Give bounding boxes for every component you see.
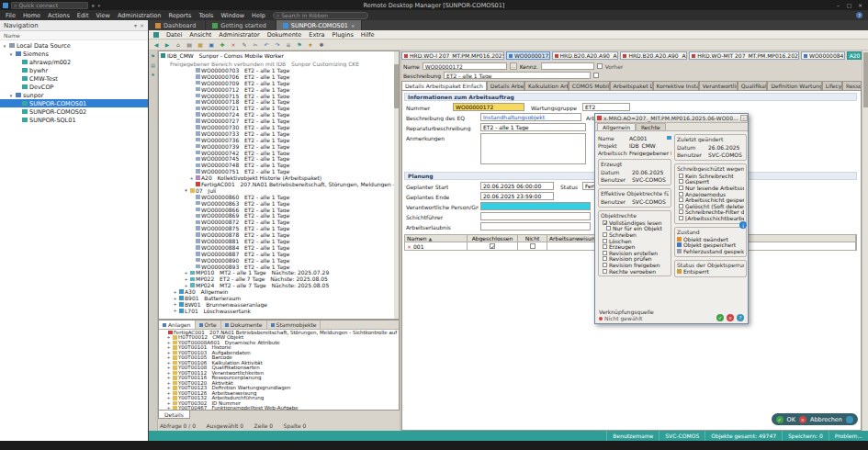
detail-tab[interactable]: Lifecycle bbox=[822, 81, 842, 90]
schreibgeschuetzt-option[interactable]: Schreibrechte-Filter deaktiviert bbox=[677, 209, 744, 216]
checkbox[interactable] bbox=[603, 239, 607, 243]
tree-item[interactable]: WO00000881 ET2 - alle 1 Tage bbox=[159, 238, 399, 244]
checkbox[interactable] bbox=[603, 256, 607, 261]
comos-menu-item[interactable]: Extra bbox=[309, 31, 324, 39]
dialog-help-button[interactable]: ? bbox=[737, 314, 744, 321]
object-chip[interactable]: A20 bbox=[847, 51, 862, 60]
tree-item[interactable]: WO00000739 ET2 - alle 1 Tage bbox=[159, 143, 399, 150]
tab-close-icon[interactable]: × bbox=[351, 23, 355, 28]
tree-item[interactable]: WO00000706 ET2 - alle 1 Tage bbox=[159, 73, 399, 80]
main-scrollbar[interactable] bbox=[862, 51, 868, 431]
session-tab[interactable]: Dashboard bbox=[149, 20, 206, 30]
base-objects-tab[interactable]: Orte bbox=[196, 321, 221, 329]
tree-item[interactable]: WO00000712 ET2 - alle 1 Tage bbox=[159, 86, 399, 93]
object-chip[interactable]: HRD.B20.A20.A90 A20 bbox=[620, 51, 687, 60]
tree-item[interactable]: WO00000715 ET2 - alle 1 Tage bbox=[159, 93, 399, 99]
tree-item[interactable]: WO00000748 ET2 - alle 1 Tage bbox=[159, 162, 399, 168]
tree-item[interactable]: WO00000878 ET2 - alle 1 Tage bbox=[159, 231, 399, 238]
detail-tab[interactable]: Details Arbeitspaket bbox=[487, 81, 524, 90]
object-chip[interactable]: WO00000841 bbox=[801, 51, 845, 60]
detail-tab[interactable]: COMOS Mobile Worker bbox=[569, 81, 610, 90]
tree-item[interactable]: WO00000751 ET2 - alle 1 Tage bbox=[159, 168, 399, 174]
navigation-tree-item[interactable]: DevCOP bbox=[0, 83, 148, 91]
name-input[interactable]: WO00000172 bbox=[423, 62, 507, 70]
navigation-tree-item[interactable]: SUNPOR-SQL01 bbox=[0, 116, 148, 124]
tree-item[interactable]: + B901 Batterieraum bbox=[159, 295, 399, 301]
navigation-tree-item[interactable]: ahrawp/m002 bbox=[0, 58, 148, 66]
column-header-abgeschlossen[interactable]: Abgeschlossen bbox=[468, 235, 518, 242]
wartungsgruppe-field[interactable]: ET2 bbox=[582, 103, 630, 111]
comos-menu-item[interactable]: Hilfe bbox=[361, 31, 375, 39]
main-scrollbar-thumb[interactable] bbox=[863, 52, 868, 107]
schreibgeschuetzt-option[interactable]: Kein Schreibrecht bbox=[677, 173, 744, 179]
rdm-menu-item[interactable]: Help bbox=[252, 12, 265, 19]
navigation-tree-item[interactable]: ▾ sunpor bbox=[0, 91, 148, 99]
expander-icon[interactable]: + bbox=[188, 175, 195, 181]
details-tab[interactable]: Details bbox=[158, 411, 190, 419]
checkbox[interactable] bbox=[603, 269, 607, 274]
verantwortliche-person-field[interactable] bbox=[480, 202, 591, 210]
object-chip[interactable]: WO00000172 bbox=[506, 51, 550, 60]
window-control-button[interactable]: ▢ bbox=[844, 1, 854, 9]
browse-button[interactable]: … bbox=[510, 62, 517, 70]
abgeschlossen-checkbox[interactable] bbox=[490, 243, 495, 249]
reparatur-field[interactable]: ET2 - alle 1 Tage bbox=[480, 123, 586, 131]
tree-item[interactable]: WO00000733 ET2 - alle 1 Tage bbox=[159, 130, 399, 137]
detail-tab[interactable]: Details Arbeitspaket Einfach bbox=[401, 81, 487, 90]
nicht-checkbox[interactable] bbox=[530, 243, 535, 249]
expander-icon[interactable]: + bbox=[183, 283, 189, 288]
expander-icon[interactable]: + bbox=[183, 270, 189, 276]
comos-menu-item[interactable]: Datei bbox=[166, 31, 182, 39]
description-input[interactable]: ET2 - alle 1 Tage bbox=[444, 72, 591, 79]
checkbox[interactable] bbox=[679, 192, 683, 197]
tree-item[interactable]: + MP022 ET2 - alle 7 Tage Nächste: 2025.… bbox=[159, 276, 399, 282]
nummer-field[interactable]: WO00000172 bbox=[453, 103, 524, 111]
tree-scrollbar[interactable] bbox=[394, 51, 399, 319]
navigation-tree-item[interactable]: CMW-Test bbox=[0, 74, 148, 83]
rdm-menu-item[interactable]: File bbox=[6, 12, 16, 19]
description-checkbox[interactable] bbox=[593, 73, 599, 78]
favorites-icon[interactable]: ★ bbox=[91, 3, 95, 8]
tree-item[interactable]: + A20 Kollektivobjekt Historie (Arbeitsp… bbox=[159, 174, 399, 181]
navigation-tree-item[interactable]: ▾ Siemens bbox=[0, 50, 148, 58]
back-icon[interactable]: ◀ bbox=[152, 40, 161, 49]
forward-icon[interactable]: ▶ bbox=[163, 40, 172, 49]
checkbox[interactable] bbox=[679, 209, 683, 214]
checkbox[interactable] bbox=[679, 186, 683, 190]
tree-item[interactable]: WO00000890 ET2 - alle 1 Tage bbox=[159, 257, 399, 264]
more-actions-button[interactable] bbox=[846, 416, 853, 423]
expander-icon[interactable]: + bbox=[172, 308, 178, 313]
kennz-input[interactable] bbox=[541, 62, 594, 70]
object-chip[interactable]: HRD.B20.A20.A90 A40 bbox=[552, 51, 619, 60]
rdm-menu-item[interactable]: Reports bbox=[168, 12, 191, 19]
ok-button[interactable]: OK bbox=[787, 416, 795, 423]
schreibgeschuetzt-option[interactable]: Anzeigemodus bbox=[677, 191, 744, 197]
navigation-tree-item[interactable]: ▾ Local Data Source bbox=[0, 41, 148, 50]
tree-item[interactable]: + MP024 MT2 - alle 7 Tage Nächste: 2025.… bbox=[159, 282, 399, 288]
layers-icon[interactable]: ▤ bbox=[151, 62, 155, 68]
cut-icon[interactable]: ✂ bbox=[251, 40, 260, 49]
checkbox[interactable] bbox=[603, 251, 607, 255]
schichtfuehrer-field[interactable] bbox=[480, 212, 591, 220]
detail-tab[interactable]: Verantwortlichkeiten bbox=[699, 81, 738, 90]
tree-item[interactable]: + BW01 Brunnenwasseranlage bbox=[159, 301, 399, 308]
dialog-window-button[interactable]: – bbox=[740, 115, 748, 121]
object-chip[interactable]: HRD.WO-MIT 207_MT.PM.MP016.2025.01 bbox=[689, 51, 799, 60]
navigation-tree-item[interactable]: bywhr bbox=[0, 66, 148, 74]
cancel-button[interactable]: Abbrechen bbox=[810, 416, 842, 423]
session-tab[interactable]: Getting started bbox=[206, 20, 276, 30]
delete-icon[interactable]: × bbox=[229, 40, 238, 49]
tree-item[interactable]: WO00000745 ET2 - alle 1 Tage bbox=[159, 155, 399, 162]
dialog-titlebar[interactable]: x.MRO.AO=207._MIT.PM.MP016.2025.06-WO00.… bbox=[595, 114, 748, 123]
schreibgeschuetzt-option[interactable]: [Arbeitsschichtbearbeitung] bbox=[677, 215, 744, 221]
dialog-tab[interactable]: Rechte bbox=[636, 123, 666, 130]
schreibgeschuetzt-option[interactable]: Arbeitsschicht gesperrt bbox=[677, 197, 744, 203]
checkbox[interactable] bbox=[679, 216, 683, 220]
tree-item[interactable]: WO00000863 ET2 - alle 1 Tage bbox=[159, 200, 399, 207]
detail-tab[interactable]: Korrektive Instandhaltung bbox=[653, 81, 699, 90]
redo-icon[interactable]: ↷ bbox=[273, 40, 282, 49]
expander-icon[interactable]: ▾ bbox=[183, 187, 189, 193]
objektrechte-option[interactable]: Revision erstellen bbox=[601, 250, 669, 256]
tree-item[interactable]: WO00000872 ET2 - alle 1 Tage bbox=[159, 219, 399, 225]
object-chip[interactable]: HRD.WO-I 207_MT.PM.MP016.2025.06 bbox=[401, 51, 504, 60]
